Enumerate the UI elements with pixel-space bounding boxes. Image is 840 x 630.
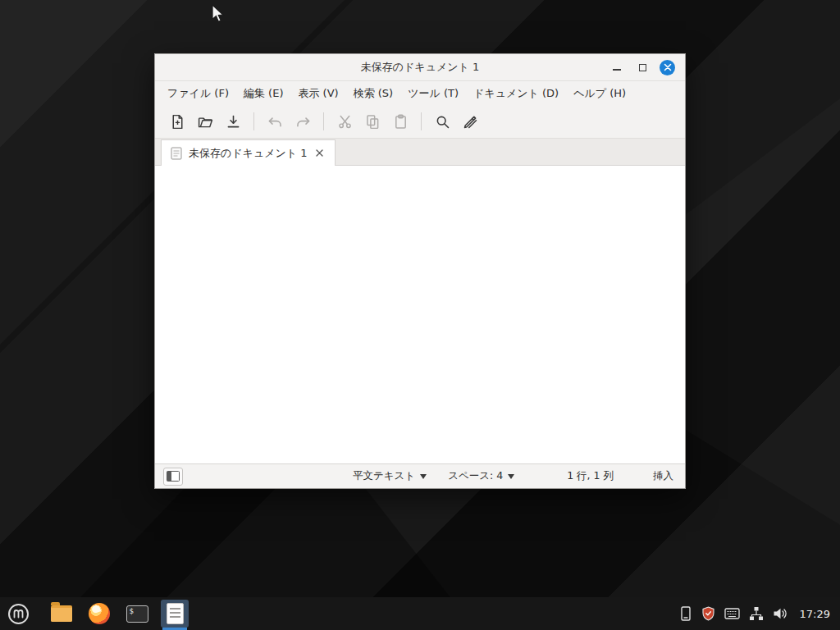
document-icon [171,147,182,160]
volume-icon [773,607,788,620]
shield-icon [701,606,715,621]
status-applet-button[interactable] [679,606,692,621]
window-titlebar[interactable]: 未保存のドキュメント 1 [155,54,685,81]
taskbar: $ [0,597,840,630]
mint-menu-button[interactable] [0,597,36,630]
highlight-mode-dropdown[interactable]: 平文テキスト [348,467,431,486]
text-editor-window: 未保存のドキュメント 1 ファイル (F) 編集 (E) 表示 (V) 検索 (… [154,53,686,489]
menu-file[interactable]: ファイル (F) [160,82,236,105]
minimize-button[interactable] [609,59,625,75]
copy-button[interactable] [358,109,386,134]
firefox-icon [89,603,110,624]
toolbar-separator [323,112,324,130]
chevron-down-icon [420,474,427,479]
text-editor-icon [167,603,184,624]
statusbar: 平文テキスト スペース: 4 1 行, 1 列 挿入 [155,463,685,488]
undo-button[interactable] [261,109,289,134]
files-launcher[interactable] [48,600,75,628]
tab-close-button[interactable] [314,148,326,159]
close-icon [664,63,672,71]
maximize-icon [639,64,646,71]
tab-close-icon [316,149,323,157]
maximize-button[interactable] [634,59,651,75]
document-tab[interactable]: 未保存のドキュメント 1 [161,139,336,166]
volume-applet-button[interactable] [773,607,788,620]
menu-edit[interactable]: 編集 (E) [236,82,291,105]
tab-bar: 未保存のドキュメント 1 [155,139,685,166]
menu-tools[interactable]: ツール (T) [400,82,466,105]
network-applet-button[interactable] [749,606,764,621]
firewall-applet-button[interactable] [701,606,715,621]
mint-logo-icon [7,603,30,625]
status-icon [679,606,692,621]
search-button[interactable] [428,109,456,134]
open-file-button[interactable] [191,109,219,134]
keyboard-icon [724,608,740,619]
tab-width-label: スペース: 4 [448,469,503,483]
menu-search[interactable]: 検索 (S) [346,82,401,105]
cut-button[interactable] [331,109,358,134]
text-editor-taskbar-button[interactable] [161,600,189,628]
taskbar-app-list: $ [48,600,189,628]
terminal-launcher[interactable]: $ [123,600,151,628]
menu-view[interactable]: 表示 (V) [290,82,345,105]
menu-documents[interactable]: ドキュメント (D) [466,82,566,105]
copy-icon [364,113,381,130]
keyboard-applet-button[interactable] [724,608,740,619]
terminal-icon: $ [126,605,148,623]
open-file-icon [197,113,214,130]
insert-mode-label[interactable]: 挿入 [653,469,673,483]
search-icon [434,113,451,130]
window-controls [609,54,675,80]
paste-icon [392,113,409,130]
folder-icon [51,605,72,622]
menu-help[interactable]: ヘルプ (H) [566,82,633,105]
network-icon [749,606,764,621]
clock[interactable]: 17:29 [800,608,830,620]
firefox-launcher[interactable] [85,600,113,628]
toolbar-separator [421,112,422,130]
window-title: 未保存のドキュメント 1 [155,60,685,75]
search-replace-button[interactable] [456,109,484,134]
tab-label: 未保存のドキュメント 1 [189,146,308,161]
highlight-mode-label: 平文テキスト [353,469,415,483]
paste-button[interactable] [386,109,414,134]
menubar: ファイル (F) 編集 (E) 表示 (V) 検索 (S) ツール (T) ドキ… [155,81,685,105]
side-panel-toggle-button[interactable] [163,468,183,486]
save-icon [225,113,242,130]
statusbar-items: 平文テキスト スペース: 4 1 行, 1 列 挿入 [348,467,677,486]
new-document-icon [169,113,186,130]
close-button[interactable] [660,60,675,75]
redo-icon [294,113,312,130]
save-button[interactable] [219,109,247,134]
terminal-prompt-glyph: $ [130,607,134,615]
toolbar [155,105,685,139]
cursor-position-label: 1 行, 1 列 [567,469,614,483]
text-editor-area[interactable] [155,166,685,463]
side-panel-icon [167,471,180,482]
minimize-icon [613,69,621,71]
search-replace-icon [462,113,479,130]
system-tray: 17:29 [679,606,840,621]
undo-icon [267,113,284,130]
cut-icon [336,113,354,130]
chevron-down-icon [508,474,514,479]
toolbar-separator [253,112,254,130]
tab-width-dropdown[interactable]: スペース: 4 [443,467,519,486]
new-document-button[interactable] [163,109,191,134]
redo-button[interactable] [289,109,317,134]
